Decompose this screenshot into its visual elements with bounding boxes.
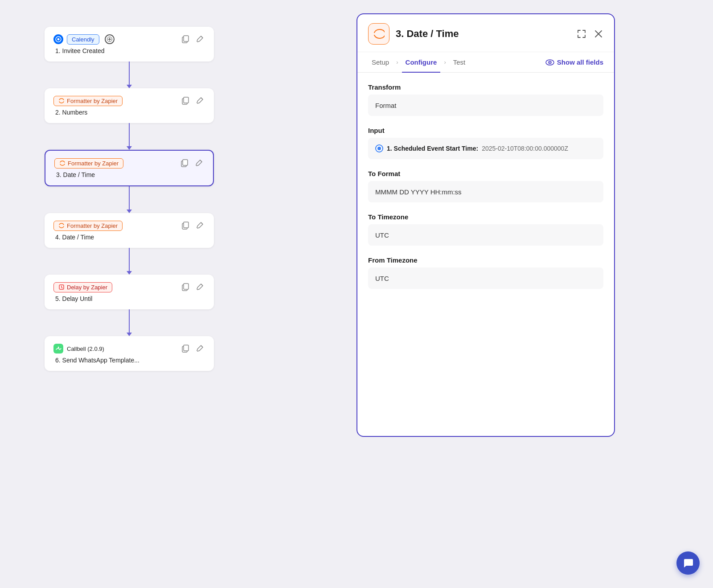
input-ref-label: 1. Scheduled Event Start Time: (387, 145, 478, 152)
svg-rect-6 (184, 97, 188, 103)
step-card-2[interactable]: Formatter by Zapier 2. Numbers (45, 88, 214, 123)
step-card-5[interactable]: Delay by Zapier 5. Delay Until (45, 275, 214, 309)
input-value[interactable]: 1. Scheduled Event Start Time: 2025-02-1… (368, 138, 603, 159)
svg-rect-15 (184, 345, 188, 351)
tabs-bar: Setup › Configure › Test Show all fields (357, 52, 614, 73)
to-format-label: To Format (368, 170, 603, 177)
from-timezone-field: From Timezone UTC (368, 256, 603, 289)
close-button[interactable] (594, 29, 603, 39)
show-all-fields-label: Show all fields (557, 58, 603, 66)
step-2-badge: Formatter by Zapier (53, 96, 123, 106)
svg-point-18 (549, 62, 550, 62)
tab-test[interactable]: Test (450, 52, 469, 72)
to-timezone-field: To Timezone UTC (368, 213, 603, 246)
step-card-6[interactable]: Callbell (2.0.9) 6. Send WhatsApp Templa… (45, 336, 214, 371)
step-2-title: 2. Numbers (55, 109, 205, 116)
edit-button-5[interactable] (194, 282, 205, 292)
callbell-icon (53, 344, 63, 354)
step-card-4[interactable]: Formatter by Zapier 4. Date / Time (45, 213, 214, 248)
connector-5 (127, 309, 132, 336)
show-all-fields-button[interactable]: Show all fields (545, 58, 603, 67)
to-timezone-value[interactable]: UTC (368, 224, 603, 246)
step-6-badge-label: Callbell (2.0.9) (67, 345, 104, 352)
step-6-title: 6. Send WhatsApp Template... (55, 357, 205, 364)
step-3-title: 3. Date / Time (56, 171, 204, 178)
copy-button-5[interactable] (180, 282, 191, 292)
svg-point-1 (57, 38, 60, 41)
copy-button-1[interactable] (180, 34, 191, 45)
connector-2 (127, 123, 132, 150)
detail-content: Transform Format Input 1. Scheduled Even… (357, 73, 614, 300)
from-timezone-value[interactable]: UTC (368, 267, 603, 289)
tab-configure[interactable]: Configure (402, 52, 441, 72)
input-ref-value: 2025-02-10T08:00:00.000000Z (482, 145, 568, 152)
step-5-title: 5. Delay Until (55, 295, 205, 302)
to-timezone-label: To Timezone (368, 213, 603, 221)
input-ref: 1. Scheduled Event Start Time: 2025-02-1… (375, 144, 568, 152)
step-4-badge: Formatter by Zapier (53, 221, 123, 231)
svg-rect-4 (184, 36, 188, 41)
expand-button[interactable] (577, 29, 586, 39)
chevron-2: › (442, 53, 447, 72)
edit-button-1[interactable] (194, 34, 205, 45)
workflow-container: Calendly 1. (45, 27, 214, 371)
step-card-3[interactable]: Formatter by Zapier 3. Date / Time (45, 150, 214, 186)
copy-button-3[interactable] (179, 158, 190, 169)
step-5-badge: Delay by Zapier (53, 282, 112, 292)
detail-title: 3. Date / Time (396, 28, 459, 40)
step-1-badge-label: Calendly (67, 34, 99, 45)
to-format-value[interactable]: MMMM DD YYYY HH:mm:ss (368, 181, 603, 202)
edit-button-3[interactable] (193, 158, 204, 169)
input-label: Input (368, 127, 603, 134)
tab-setup[interactable]: Setup (368, 52, 393, 72)
right-panel: 3. Date / Time Setup › Configure (258, 0, 713, 588)
transform-value[interactable]: Format (368, 95, 603, 116)
edit-button-2[interactable] (194, 95, 205, 106)
copy-button-4[interactable] (180, 220, 191, 231)
connector-4 (127, 248, 132, 275)
left-panel: Calendly 1. (0, 0, 258, 588)
detail-card: 3. Date / Time Setup › Configure (356, 13, 615, 437)
detail-icon (368, 23, 389, 45)
detail-header: 3. Date / Time (357, 14, 614, 52)
edit-button-4[interactable] (194, 220, 205, 231)
input-field: Input 1. Scheduled Event Start Time: 202… (368, 127, 603, 159)
transform-label: Transform (368, 83, 603, 91)
connector-3 (127, 186, 132, 213)
plus-circle-icon (105, 34, 115, 44)
svg-rect-13 (184, 284, 188, 289)
svg-rect-8 (183, 160, 188, 165)
step-card-1[interactable]: Calendly 1. (45, 27, 214, 62)
edit-button-6[interactable] (194, 343, 205, 354)
transform-field: Transform Format (368, 83, 603, 116)
step-3-badge: Formatter by Zapier (54, 158, 123, 169)
connector-1 (127, 62, 132, 88)
from-timezone-label: From Timezone (368, 256, 603, 264)
input-bullet-icon (375, 144, 383, 152)
step-1-title: 1. Invitee Created (55, 47, 205, 54)
svg-rect-10 (184, 222, 188, 228)
to-format-field: To Format MMMM DD YYYY HH:mm:ss (368, 170, 603, 202)
copy-button-6[interactable] (180, 343, 191, 354)
chat-button[interactable] (676, 551, 700, 575)
step-4-title: 4. Date / Time (55, 234, 205, 241)
chevron-1: › (394, 53, 400, 72)
copy-button-2[interactable] (180, 95, 191, 106)
calendly-icon (53, 34, 63, 44)
